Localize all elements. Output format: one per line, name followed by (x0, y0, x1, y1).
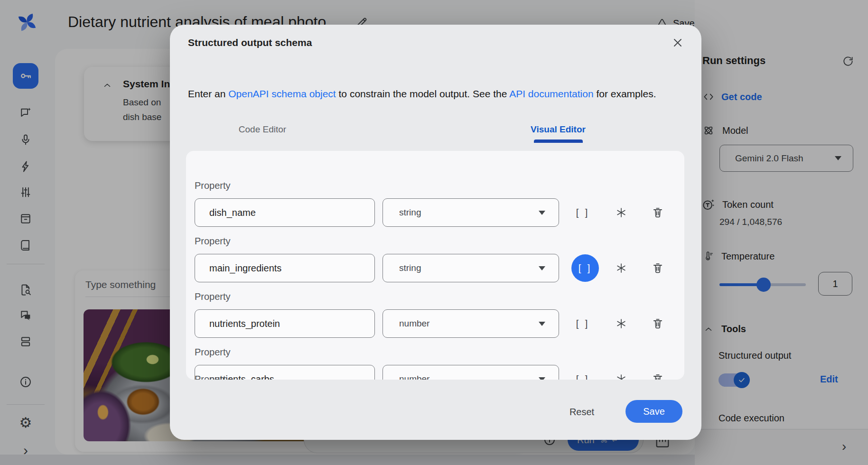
property-name-input[interactable] (195, 198, 375, 227)
property-name-input[interactable] (195, 254, 375, 282)
delete-property-icon[interactable] (646, 257, 669, 279)
property-type-select[interactable]: number (383, 309, 559, 338)
property-label: Property (195, 347, 231, 358)
api-documentation-link[interactable]: API documentation (509, 88, 593, 99)
property-label: Property (195, 180, 231, 191)
required-asterisk-button[interactable] (610, 312, 633, 335)
property-type-select[interactable]: number (383, 365, 559, 380)
delete-property-icon[interactable] (646, 368, 669, 380)
modal-save-button[interactable]: Save (625, 400, 682, 423)
delete-property-icon[interactable] (646, 201, 669, 224)
property-label-partial: Property (195, 374, 231, 380)
property-type-select[interactable]: string (383, 198, 559, 227)
active-tab-indicator (534, 140, 583, 143)
required-asterisk-button[interactable] (610, 368, 633, 380)
structured-output-schema-modal: Structured output schema Enter an OpenAP… (170, 25, 701, 440)
modal-close-icon[interactable] (669, 34, 686, 51)
reset-button[interactable]: Reset (559, 401, 605, 422)
select-caret-icon (539, 377, 545, 380)
modal-description: Enter an OpenAPI schema object to constr… (188, 88, 656, 100)
delete-property-icon[interactable] (646, 312, 669, 335)
tab-code-editor[interactable]: Code Editor (215, 124, 310, 135)
tab-visual-editor[interactable]: Visual Editor (511, 124, 606, 135)
required-asterisk-button[interactable] (610, 257, 633, 279)
property-type-select[interactable]: string (383, 254, 559, 282)
openapi-schema-link[interactable]: OpenAPI schema object (228, 88, 336, 99)
select-caret-icon (539, 322, 545, 326)
property-label: Property (195, 291, 231, 302)
property-name-input[interactable] (195, 309, 375, 338)
array-toggle-button[interactable]: [ ] (571, 368, 594, 380)
array-toggle-button[interactable]: [ ] (571, 254, 599, 282)
property-sheet: Property string [ ] Property string [ ] … (186, 151, 684, 380)
array-toggle-button[interactable]: [ ] (571, 312, 594, 335)
modal-title: Structured output schema (188, 37, 312, 48)
select-caret-icon (539, 266, 545, 270)
property-label: Property (195, 236, 231, 247)
select-caret-icon (539, 211, 545, 215)
array-toggle-button[interactable]: [ ] (571, 201, 594, 224)
required-asterisk-button[interactable] (610, 201, 633, 224)
